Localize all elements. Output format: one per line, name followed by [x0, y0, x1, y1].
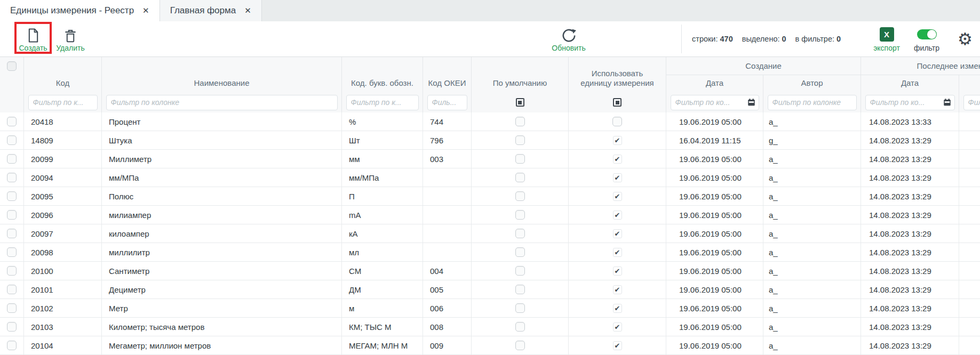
close-icon[interactable]: ✕ [142, 6, 149, 15]
filter-input-modified-author[interactable] [963, 95, 980, 110]
delete-button[interactable]: Удалить [52, 21, 89, 57]
row-checkbox[interactable] [7, 210, 17, 220]
cell-name: Метр [101, 299, 341, 317]
cell-modified-date: 14.08.2023 13:29 [861, 168, 959, 187]
table-row[interactable]: 20099Миллиметрмм003✔19.06.2019 05:00a_14… [0, 150, 980, 168]
column-header-created-author[interactable]: Автор [763, 75, 861, 92]
column-header-modified-author[interactable] [959, 75, 980, 92]
filter-toggle[interactable]: фильтр [909, 21, 944, 57]
filter-input-code[interactable] [28, 95, 98, 110]
unchecked-checkbox[interactable] [515, 322, 525, 332]
settings-button[interactable]: ⚙ [953, 21, 977, 57]
group-header-last-modified: Последнее изменение [861, 57, 980, 75]
checked-checkbox[interactable]: ✔ [613, 248, 622, 257]
table-row[interactable]: 20102Метрм006✔19.06.2019 05:00a_14.08.20… [0, 299, 980, 318]
checked-checkbox[interactable]: ✔ [613, 229, 622, 238]
row-checkbox[interactable] [7, 247, 17, 257]
refresh-button[interactable]: Обновить [548, 21, 589, 57]
table-row[interactable]: 20097килоамперкА✔19.06.2019 05:00a_14.08… [0, 224, 980, 243]
unchecked-checkbox[interactable] [515, 341, 525, 350]
unchecked-checkbox[interactable] [515, 135, 525, 145]
row-checkbox[interactable] [7, 229, 17, 238]
row-checkbox[interactable] [7, 285, 17, 294]
table-row[interactable]: 20095ПолюсП✔19.06.2019 05:00a_14.08.2023… [0, 187, 980, 206]
checked-checkbox[interactable]: ✔ [613, 155, 622, 164]
unchecked-checkbox[interactable] [515, 285, 525, 294]
tab-units-registry[interactable]: Единицы измерения - Реестр ✕ [0, 0, 160, 21]
row-checkbox[interactable] [7, 154, 17, 164]
row-checkbox[interactable] [7, 117, 17, 126]
cell-modified-author [959, 150, 980, 168]
unchecked-checkbox[interactable] [515, 229, 525, 238]
table-row[interactable]: 20418Процент%74419.06.2019 05:00a_14.08.… [0, 112, 980, 131]
cell-use-unit: ✔ [568, 206, 666, 224]
filter-input-modified-date[interactable] [865, 95, 955, 110]
unchecked-checkbox[interactable] [515, 191, 525, 201]
unchecked-checkbox[interactable] [515, 266, 525, 276]
select-all-checkbox[interactable] [7, 61, 17, 71]
row-checkbox[interactable] [7, 303, 17, 313]
table-row[interactable]: 20098миллилитрмл✔19.06.2019 05:00a_14.08… [0, 243, 980, 262]
indeterminate-checkbox-default[interactable] [516, 98, 524, 107]
unchecked-checkbox[interactable] [515, 173, 525, 182]
row-checkbox[interactable] [7, 266, 17, 276]
table-row[interactable]: 20101ДециметрДМ005✔19.06.2019 05:00a_14.… [0, 280, 980, 299]
column-header-code[interactable]: Код [23, 57, 101, 92]
filter-cell-empty [0, 92, 23, 112]
checked-checkbox[interactable]: ✔ [613, 267, 622, 276]
table-row[interactable]: 20103Километр; тысяча метровКМ; ТЫС М008… [0, 318, 980, 336]
row-select-cell [0, 280, 23, 298]
checked-checkbox[interactable]: ✔ [613, 173, 622, 182]
cell-use-unit: ✔ [568, 318, 666, 336]
filter-input-created-author[interactable] [768, 95, 857, 110]
close-icon[interactable]: ✕ [244, 6, 251, 15]
column-header-okei[interactable]: Код ОКЕИ [423, 57, 471, 92]
column-header-use-unit[interactable]: Использовать единицу измерения [568, 57, 666, 92]
checked-checkbox[interactable]: ✔ [613, 285, 622, 294]
filter-input-okei[interactable] [427, 95, 467, 110]
table-row[interactable]: 20094мм/МПамм/МПа✔19.06.2019 05:00a_14.0… [0, 168, 980, 187]
unchecked-checkbox[interactable] [515, 154, 525, 164]
check-icon: ✔ [615, 249, 620, 256]
cell-default [471, 243, 568, 261]
unchecked-checkbox[interactable] [515, 247, 525, 257]
column-header-name[interactable]: Наименование [101, 57, 341, 92]
cell-letter-code: КМ; ТЫС М [341, 318, 423, 336]
table-row[interactable]: 20100СантиметрСМ004✔19.06.2019 05:00a_14… [0, 262, 980, 280]
cell-okei [423, 206, 471, 224]
row-checkbox[interactable] [7, 135, 17, 145]
table-row[interactable]: 20096милиамперmA✔19.06.2019 05:00a_14.08… [0, 206, 980, 224]
checked-checkbox[interactable]: ✔ [613, 322, 622, 332]
table-row[interactable]: 14809ШтукаШт796✔16.04.2019 11:15g_14.08.… [0, 131, 980, 150]
filter-input-letter-code[interactable] [346, 95, 419, 110]
column-header-modified-date[interactable]: Дата [861, 75, 959, 92]
checked-checkbox[interactable]: ✔ [613, 192, 622, 201]
checked-checkbox[interactable]: ✔ [613, 341, 622, 350]
unchecked-checkbox[interactable] [515, 117, 525, 126]
column-header-letter-code[interactable]: Код. букв. обозн. [341, 57, 423, 92]
checked-checkbox[interactable]: ✔ [613, 136, 622, 145]
filter-input-name[interactable] [106, 95, 338, 110]
checked-checkbox[interactable]: ✔ [613, 211, 622, 220]
filter-input-created-date[interactable] [671, 95, 759, 110]
unchecked-checkbox[interactable] [612, 117, 622, 126]
row-checkbox[interactable] [7, 173, 17, 182]
table-row[interactable]: 20104Мегаметр; миллион метровМЕГАМ; МЛН … [0, 336, 980, 355]
cell-name: милиампер [101, 206, 341, 224]
column-header-default[interactable]: По умолчанию [471, 57, 568, 92]
unchecked-checkbox[interactable] [515, 210, 525, 220]
checked-checkbox[interactable]: ✔ [613, 304, 622, 313]
create-button[interactable]: Создать [15, 21, 51, 57]
cell-created-author: a_ [763, 206, 861, 224]
indeterminate-checkbox-use-unit[interactable] [613, 98, 622, 107]
cell-use-unit [568, 112, 666, 131]
row-checkbox[interactable] [7, 191, 17, 201]
cell-name: Миллиметр [101, 150, 341, 168]
tab-main-form[interactable]: Главная форма ✕ [160, 0, 262, 21]
cell-created-author: a_ [763, 112, 861, 131]
export-button[interactable]: X экспорт [871, 21, 903, 57]
row-checkbox[interactable] [7, 341, 17, 350]
column-header-created-date[interactable]: Дата [666, 75, 763, 92]
unchecked-checkbox[interactable] [515, 303, 525, 313]
row-checkbox[interactable] [7, 322, 17, 332]
